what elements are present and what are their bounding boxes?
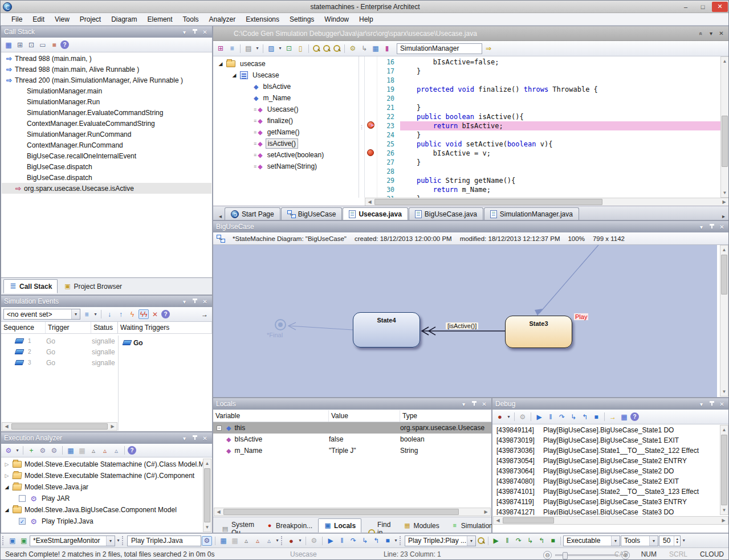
sim-h-scrollbar[interactable]: ◀ ▶ — [2, 422, 117, 431]
zoom-slider-knob[interactable] — [563, 552, 568, 559]
code-line[interactable]: 24 } — [377, 130, 720, 140]
dropdown-caret-icon[interactable]: ▾ — [93, 309, 98, 319]
debug-output-row[interactable]: [439873064]Play[BigUseCase].BigUseCase_S… — [493, 466, 720, 476]
search-icon[interactable] — [322, 44, 331, 53]
debug-output-row[interactable]: [439874119]Play[BigUseCase].BigUseCase_S… — [493, 497, 720, 507]
code-line[interactable]: 20 — [377, 94, 720, 103]
stop-icon[interactable]: ■ — [591, 412, 601, 422]
code-line[interactable]: 19 protected void finalize() throws Thro… — [377, 85, 720, 94]
close-icon[interactable]: ✕ — [201, 297, 209, 305]
scroll-right-icon[interactable]: ▶ — [719, 517, 728, 524]
collapse-arrow-icon[interactable]: ◢ — [4, 507, 10, 513]
expander-icon[interactable]: − — [217, 426, 222, 431]
debug-output-row[interactable]: [439873019]Play[BigUseCase].BigUseCase_S… — [493, 435, 720, 445]
state3-node[interactable]: State3 — [505, 316, 572, 348]
menu-caret-icon[interactable]: ▾ — [180, 434, 189, 442]
dock-tab-call-stack[interactable]: ☰Call Stack — [3, 279, 58, 293]
col-status[interactable]: Status — [91, 322, 118, 333]
menu-edit[interactable]: Edit — [27, 14, 50, 24]
debug-h-scrollbar[interactable]: ◀ ▶ — [493, 516, 728, 525]
call-stack-item[interactable]: ⇨Thread 200 (main.SimulationManager, Ali… — [2, 75, 211, 85]
dropdown-caret-icon[interactable]: ▾ — [506, 412, 511, 422]
analyzer-script-item[interactable]: ◢Model.Steve.Java.jar — [2, 481, 203, 493]
menu-settings[interactable]: Settings — [284, 14, 319, 24]
code-line[interactable]: 16 bIsActive=false; — [377, 58, 720, 67]
call-stack-item[interactable]: SimulationManager.Run — [2, 96, 211, 107]
active-script-box[interactable]: Play TripleJ.Java — [127, 536, 201, 546]
call-stack-item[interactable]: BigUseCase.recallOneInternalEvent — [2, 150, 211, 161]
run-profile-icon[interactable]: ▵ — [111, 445, 121, 455]
analyzer-script-item[interactable]: ◢Model.Steve.Java.BigUseCase.Component M… — [2, 504, 203, 516]
call-stack-item[interactable]: BigUseCase.dispatch — [2, 161, 211, 172]
close-icon[interactable]: ✕ — [201, 434, 209, 442]
pin-icon[interactable] — [190, 434, 199, 442]
structure-tree-item[interactable]: ≡◆setActive(boolean) — [213, 149, 359, 161]
locals-row[interactable]: −◆thisorg.sparx.usecase.Usecase — [213, 422, 491, 434]
debug-output-row[interactable]: [439874080]Play[BigUseCase].BigUseCase_S… — [493, 476, 720, 487]
col-trigger[interactable]: Trigger — [46, 322, 91, 333]
run-icon[interactable]: ▵ — [88, 445, 99, 455]
structure-tree-item[interactable]: ◆bIsActive — [213, 81, 359, 92]
call-stack-item[interactable]: ContextManager.EvaluateCommandString — [2, 118, 211, 129]
pause-icon[interactable]: ‖ — [337, 536, 347, 546]
step-out-icon[interactable]: ↰ — [371, 536, 381, 546]
diagram-v-scrollbar[interactable]: ▲ ▼ — [720, 245, 728, 397]
menu-help[interactable]: Help — [354, 14, 378, 24]
menu-analyzer[interactable]: Analyzer — [204, 14, 241, 24]
search-icon[interactable] — [477, 536, 486, 545]
editor-h-scrollbar[interactable]: ◀ ▶ — [365, 198, 729, 206]
code-line[interactable]: 26 bIsActive = v; — [377, 149, 720, 158]
tab-scroll-left-icon[interactable]: ◂ — [216, 212, 225, 220]
close-button[interactable]: ✕ — [712, 2, 728, 12]
call-stack-item[interactable]: ⇨Thread 988 (main.main, ) — [2, 53, 211, 64]
stop-dim-icon[interactable]: ■ — [49, 40, 59, 50]
final-state-node[interactable] — [275, 319, 286, 330]
play-icon[interactable]: ▶ — [325, 536, 336, 546]
maximize-button[interactable]: □ — [695, 2, 711, 12]
trigger-icon[interactable]: ϟ — [127, 309, 137, 319]
debug-output-row[interactable]: [439849114]Play[BigUseCase].BigUseCase_S… — [493, 425, 720, 435]
combo-caret-icon[interactable]: ▾ — [106, 536, 115, 546]
build-icon[interactable]: ▦ — [218, 536, 229, 546]
threads-icon[interactable]: ⊞ — [15, 40, 25, 50]
call-stack-item[interactable]: BigUseCase.dispatch — [2, 172, 211, 183]
step-filter-icon[interactable]: ↳ — [359, 44, 369, 54]
editor-tab-start-page[interactable]: Start Page — [225, 207, 280, 220]
pin-icon[interactable] — [190, 28, 199, 36]
analyzer-script-item[interactable]: ⚙Play JAR — [2, 493, 203, 504]
menu-caret-icon[interactable]: ▾ — [180, 297, 189, 305]
run-profile-icon[interactable]: ▵ — [264, 536, 274, 546]
run-icon[interactable]: ▵ — [241, 536, 251, 546]
collapse-arrow-icon[interactable]: ◢ — [4, 484, 10, 490]
editor-tab-simulationmanager-java[interactable]: SimulationManager.java — [484, 207, 579, 220]
structure-tree-item[interactable]: ◢Usecase — [213, 70, 359, 81]
state4-node[interactable]: State4 — [353, 312, 420, 348]
structure-tree-item[interactable]: ≡◆isActive() — [213, 138, 359, 149]
save-icon[interactable]: ▦ — [619, 412, 629, 422]
debug-v-scrollbar[interactable]: ▲ ▼ — [720, 425, 728, 515]
expand-arrow-icon[interactable]: ▷ — [4, 461, 10, 467]
code-line[interactable]: 25 public void setActive(boolean v){ — [377, 140, 720, 149]
speed-spinner[interactable]: 50 ▲▼ — [659, 536, 681, 546]
breakpoint-gutter[interactable] — [365, 56, 377, 198]
dock-tab-simulation[interactable]: ≡Simulation — [445, 518, 499, 533]
code-area[interactable]: 16 bIsActive=false;17 }1819 protected vo… — [377, 56, 720, 198]
add-script-icon[interactable]: + — [26, 445, 36, 455]
collapse-arrow-icon[interactable]: ◢ — [231, 72, 237, 78]
zoom-out-icon[interactable]: ⊖ — [543, 551, 552, 559]
editor-splitter[interactable]: ⋮ — [359, 56, 365, 198]
menu-caret-icon[interactable]: ▾ — [180, 28, 189, 36]
sim-event-row[interactable]: 1Gosignalle — [2, 336, 118, 346]
edit-icon[interactable]: ▨ — [266, 44, 276, 54]
save-icon[interactable]: ▦ — [3, 40, 14, 50]
code-line[interactable]: 17 } — [377, 67, 720, 76]
event-set-combo[interactable]: <no event set> ▾ — [3, 309, 80, 320]
toolbar-overflow-icon[interactable]: ▾ — [275, 536, 280, 546]
win-green-icon[interactable]: ▣ — [19, 536, 29, 546]
properties-icon[interactable]: ▤ — [243, 44, 254, 54]
scroll-left-icon[interactable]: ◀ — [494, 517, 502, 524]
tab-scroll-right-icon[interactable]: ▸ — [719, 212, 728, 220]
code-line[interactable]: 30 return m_Name; — [377, 185, 720, 194]
dropdown-caret-icon[interactable]: ▾ — [255, 44, 260, 54]
spinner-arrows-icon[interactable]: ▲▼ — [674, 536, 680, 546]
